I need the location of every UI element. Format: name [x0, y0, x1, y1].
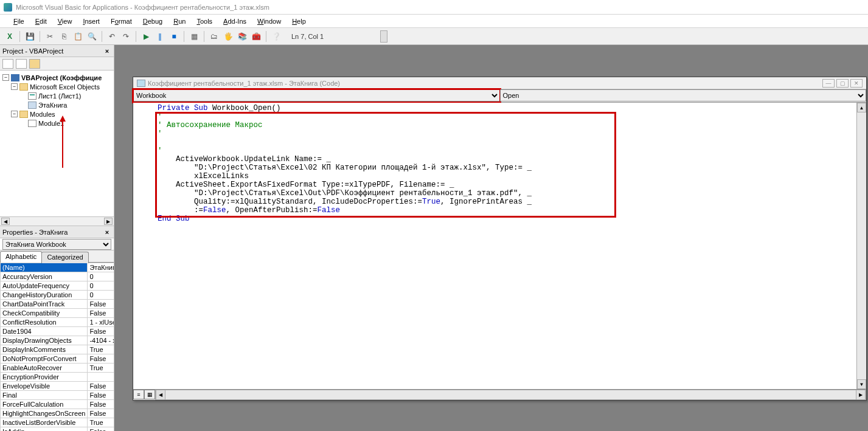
menu-edit[interactable]: Edit	[30, 16, 52, 26]
property-value[interactable]: False	[88, 300, 114, 309]
property-row[interactable]: CheckCompatibilityFalse	[1, 309, 114, 318]
toolbox-icon[interactable]: 🧰	[250, 30, 262, 43]
collapse-icon[interactable]: −	[11, 83, 18, 90]
maximize-icon[interactable]: ▢	[836, 79, 849, 88]
property-value[interactable]: -4104 - xlDispl	[88, 336, 114, 345]
property-value[interactable]: True	[88, 418, 114, 427]
tree-thisworkbook[interactable]: ЭтаКнига	[2, 100, 111, 109]
property-value[interactable]: 0	[88, 281, 114, 291]
property-row[interactable]: HighlightChangesOnScreenFalse	[1, 409, 114, 418]
property-row[interactable]: AutoUpdateFrequency0	[1, 281, 114, 291]
properties-object-selector[interactable]: ЭтаКнига Workbook	[0, 238, 114, 250]
procedure-select[interactable]: Open	[500, 89, 867, 102]
property-value[interactable]: False	[88, 382, 114, 391]
save-icon[interactable]: 💾	[24, 30, 36, 43]
property-value[interactable]: False	[88, 391, 114, 400]
property-row[interactable]: AccuracyVersion0	[1, 272, 114, 281]
property-row[interactable]: ForceFullCalculationFalse	[1, 400, 114, 409]
menu-tools[interactable]: Tools	[192, 16, 217, 26]
scroll-up-icon[interactable]: ▲	[857, 103, 866, 112]
copy-icon[interactable]: ⎘	[58, 30, 70, 43]
property-value[interactable]: False	[88, 309, 114, 318]
menu-view[interactable]: View	[53, 16, 77, 26]
scroll-left-icon[interactable]: ◀	[156, 390, 165, 399]
menu-help[interactable]: Help	[287, 16, 311, 26]
menu-insert[interactable]: Insert	[78, 16, 105, 26]
property-row[interactable]: EncryptionProvider	[1, 373, 114, 382]
undo-icon[interactable]: ↶	[106, 30, 118, 43]
property-row[interactable]: DisplayInkCommentsTrue	[1, 345, 114, 354]
close-icon[interactable]: ×	[103, 47, 111, 55]
property-row[interactable]: EnvelopeVisibleFalse	[1, 382, 114, 391]
property-row[interactable]: InactiveListBorderVisibleTrue	[1, 418, 114, 427]
minimize-icon[interactable]: —	[822, 79, 835, 88]
menu-addins[interactable]: Add-Ins	[218, 16, 251, 26]
paste-icon[interactable]: 📋	[72, 30, 84, 43]
tree-sheet[interactable]: Лист1 (Лист1)	[2, 91, 111, 100]
property-value[interactable]: False	[88, 409, 114, 418]
property-value[interactable]: False	[88, 327, 114, 336]
close-icon[interactable]: ×	[103, 228, 111, 236]
horizontal-scrollbar[interactable]: ◀ ▶	[155, 390, 866, 400]
tab-alphabetic[interactable]: Alphabetic	[0, 251, 42, 263]
property-value[interactable]: 0	[88, 291, 114, 300]
property-row[interactable]: ChartDataPointTrackFalse	[1, 300, 114, 309]
property-row[interactable]: IsAddinFalse	[1, 427, 114, 432]
project-explorer-icon[interactable]: 🗂	[208, 30, 220, 43]
property-value[interactable]: True	[88, 345, 114, 354]
procedure-view-icon[interactable]: ≡	[133, 390, 144, 399]
excel-icon[interactable]: X	[4, 30, 16, 43]
property-value[interactable]: 0	[88, 272, 114, 281]
code-text[interactable]: Private Sub Workbook_Open() ' ' Автосохр…	[133, 103, 866, 224]
object-dropdown[interactable]: Workbook	[133, 89, 500, 102]
menu-run[interactable]: Run	[168, 16, 190, 26]
project-tree[interactable]: − VBAProject (Коэффицие − Microsoft Exce…	[0, 71, 114, 216]
property-row[interactable]: DoNotPromptForConvertFalse	[1, 354, 114, 364]
menu-file[interactable]: File	[9, 16, 29, 26]
tab-categorized[interactable]: Categorized	[41, 252, 88, 263]
break-icon[interactable]: ‖	[154, 30, 166, 43]
property-value[interactable]: False	[88, 354, 114, 364]
property-value[interactable]: True	[88, 364, 114, 373]
vertical-scrollbar[interactable]: ▲ ▼	[856, 103, 866, 389]
property-row[interactable]: (Name)ЭтаКнига	[1, 263, 114, 272]
collapse-icon[interactable]: −	[2, 74, 9, 81]
full-module-view-icon[interactable]: ▦	[144, 390, 155, 399]
properties-icon[interactable]: 🖐	[222, 30, 234, 43]
property-value[interactable]	[88, 373, 114, 382]
redo-icon[interactable]: ↷	[120, 30, 132, 43]
collapse-icon[interactable]: −	[11, 111, 18, 117]
property-row[interactable]: FinalFalse	[1, 391, 114, 400]
property-row[interactable]: EnableAutoRecoverTrue	[1, 364, 114, 373]
find-icon[interactable]: 🔍	[86, 30, 98, 43]
property-row[interactable]: Date1904False	[1, 327, 114, 336]
property-row[interactable]: ConflictResolution1 - xlUserReso	[1, 318, 114, 327]
close-icon[interactable]: ✕	[850, 79, 863, 88]
cut-icon[interactable]: ✂	[44, 30, 56, 43]
help-icon[interactable]: ❔	[270, 30, 282, 43]
view-code-icon[interactable]	[2, 59, 13, 69]
tree-folder-modules[interactable]: − Modules	[2, 109, 111, 119]
menu-debug[interactable]: Debug	[138, 16, 167, 26]
menu-window[interactable]: Window	[252, 16, 286, 26]
scroll-right-icon[interactable]: ▶	[104, 218, 113, 225]
object-select[interactable]: ЭтаКнига Workbook	[2, 239, 111, 250]
design-mode-icon[interactable]: ▦	[188, 30, 200, 43]
property-value[interactable]: False	[88, 400, 114, 409]
code-editor[interactable]: Private Sub Workbook_Open() ' ' Автосохр…	[133, 103, 866, 389]
scroll-down-icon[interactable]: ▼	[857, 379, 866, 389]
scroll-left-icon[interactable]: ◀	[1, 218, 10, 225]
tree-module[interactable]: Module1	[2, 119, 111, 128]
tree-project[interactable]: − VBAProject (Коэффицие	[2, 73, 111, 82]
scroll-right-icon[interactable]: ▶	[856, 390, 866, 399]
properties-grid[interactable]: (Name)ЭтаКнигаAccuracyVersion0AutoUpdate…	[0, 263, 114, 431]
object-select[interactable]: Workbook	[133, 89, 500, 102]
property-value[interactable]: False	[88, 427, 114, 432]
property-row[interactable]: DisplayDrawingObjects-4104 - xlDispl	[1, 336, 114, 345]
reset-icon[interactable]: ■	[168, 30, 180, 43]
property-value[interactable]: ЭтаКнига	[88, 263, 114, 272]
tree-folder-excel-objects[interactable]: − Microsoft Excel Objects	[2, 82, 111, 91]
run-icon[interactable]: ▶	[140, 30, 152, 43]
tree-hscroll[interactable]: ◀ ▶	[0, 216, 114, 226]
toggle-folders-icon[interactable]	[29, 59, 40, 69]
